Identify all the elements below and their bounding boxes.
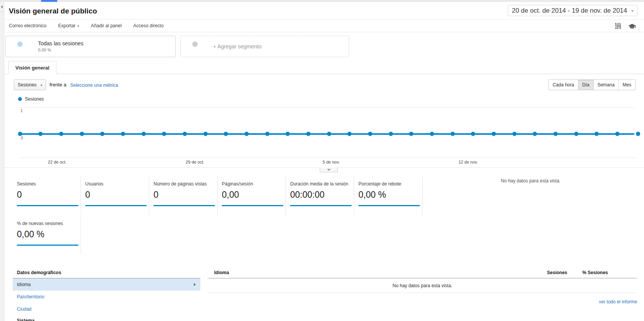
chart-data-point[interactable]	[80, 132, 84, 136]
chart-data-point[interactable]	[100, 132, 104, 136]
chart-data-point[interactable]	[306, 132, 310, 136]
table-empty-message: No hay datos para esta vista.	[208, 278, 637, 293]
report-header: Visión general de público 20 de oct. de …	[4, 2, 644, 20]
dimension-label: Ciudad	[17, 306, 31, 312]
metric-sparkline	[358, 205, 420, 206]
x-axis-tick: 22 de oct.	[48, 160, 66, 164]
dimension-item-city[interactable]: Ciudad	[13, 303, 200, 315]
metric-card-new-sessions[interactable]: % de nuevas sesiones 0,00 %	[13, 216, 81, 255]
column-header-pct-sessions: % Sesiones	[573, 270, 608, 275]
audience-overview-page: Visión general de público 20 de oct. de …	[0, 0, 644, 321]
chart-data-point[interactable]	[286, 132, 290, 136]
metric-card-users[interactable]: Usuarios 0	[81, 177, 149, 215]
metric-label: Duración media de la sesión	[290, 181, 354, 187]
report-toolbar: Correo electrónico Exportar▾ Añadir al p…	[4, 20, 644, 32]
chart-expander-button[interactable]	[320, 167, 338, 172]
column-header-dimension: Idioma	[208, 270, 540, 275]
column-header-sessions: Sesiones	[540, 270, 567, 275]
chevron-left-icon	[1, 5, 3, 8]
collapse-sidebar-button[interactable]	[0, 2, 4, 12]
chart-data-point[interactable]	[327, 132, 331, 136]
segment-donut-icon	[17, 41, 23, 47]
export-label: Exportar	[58, 23, 76, 28]
chart-data-point[interactable]	[347, 132, 352, 136]
email-button[interactable]: Correo electrónico	[9, 20, 46, 32]
sidebar-collapse-rail[interactable]	[0, 2, 4, 321]
metric-cards-row-1: Sesiones 0 Usuarios 0 Número de páginas …	[13, 177, 423, 215]
chart-data-point[interactable]	[533, 132, 537, 136]
add-segment-button[interactable]: + Agregar segmento	[180, 36, 349, 57]
series-dot-icon	[18, 97, 22, 101]
view-full-report-link[interactable]: ver todo el informe	[599, 299, 637, 304]
metric-dropdown-value: Sesiones	[18, 82, 36, 88]
granularity-hourly[interactable]: Cada hora	[549, 80, 578, 90]
dimension-item-country[interactable]: País/territorio	[13, 291, 200, 303]
next-section-title-partial: Sistema	[13, 318, 200, 321]
metric-value: 0,00	[222, 190, 286, 200]
chart-data-point[interactable]	[553, 132, 558, 136]
metric-sparkline	[154, 205, 215, 206]
chart-data-point[interactable]	[574, 132, 578, 136]
segment-all-sessions[interactable]: Todas las sesiones 0,00 %	[5, 36, 176, 57]
metric-card-sessions[interactable]: Sesiones 0	[13, 177, 81, 215]
metric-card-pageviews[interactable]: Número de páginas vistas 0	[149, 177, 218, 215]
export-button[interactable]: Exportar▾	[58, 20, 79, 33]
metric-card-avg-session-duration[interactable]: Duración media de la sesión 00:00:00	[286, 177, 354, 215]
chart-data-point[interactable]	[265, 132, 269, 136]
chart-data-point[interactable]	[409, 132, 413, 136]
chart-legend: Sesiones	[18, 96, 44, 102]
granularity-month[interactable]: Mes	[618, 80, 635, 90]
legend-label: Sesiones	[25, 96, 44, 102]
metric-sparkline	[222, 205, 283, 206]
x-axis-tick: 29 de oct.	[186, 160, 204, 164]
metric-cards-row-2: % de nuevas sesiones 0,00 %	[13, 216, 81, 255]
chart-data-point[interactable]	[492, 132, 496, 136]
dimension-item-language[interactable]: Idioma	[13, 278, 200, 291]
chart-data-point[interactable]	[142, 132, 146, 136]
chart-data-point[interactable]	[121, 132, 125, 136]
segment-label: Todas las sesiones	[38, 40, 83, 46]
dimension-label: País/territorio	[17, 294, 44, 299]
segment-donut-icon	[192, 41, 198, 47]
chart-data-point[interactable]	[636, 132, 640, 136]
chart-data-point[interactable]	[183, 132, 187, 136]
chart-data-point[interactable]	[162, 132, 166, 136]
shortcut-button[interactable]: Acceso directo	[133, 20, 163, 32]
page-title: Visión general de público	[9, 7, 97, 15]
chart-data-point[interactable]	[244, 132, 249, 136]
date-range-selector[interactable]: 20 de oct. de 2014 - 19 de nov. de 2014 …	[508, 5, 637, 16]
granularity-week[interactable]: Semana	[593, 80, 619, 90]
metric-label: Sesiones	[17, 181, 81, 187]
segment-bar: Todas las sesiones 0,00 % + Agregar segm…	[4, 35, 644, 58]
chart-data-point[interactable]	[224, 132, 228, 136]
y-axis-tick-1: 1	[20, 108, 23, 113]
x-axis-tick: 12 de nov.	[459, 160, 478, 164]
metric-card-bounce-rate[interactable]: Porcentaje de rebote 0,00 %	[354, 177, 423, 215]
series-line	[18, 133, 634, 135]
metric-card-pages-per-session[interactable]: Páginas/sesión 0,00	[218, 177, 286, 215]
select-metric-link[interactable]: Seleccione una métrica	[70, 83, 118, 88]
chart-data-point[interactable]	[594, 132, 599, 136]
main-content: Visión general de público 20 de oct. de …	[4, 2, 644, 321]
chart-data-point[interactable]	[38, 132, 43, 136]
language-table: Idioma Sesiones % Sesiones No hay datos …	[208, 270, 637, 305]
add-to-dashboard-button[interactable]: Añadir al panel	[91, 20, 122, 32]
keyboard-shortcuts-grid-icon[interactable]	[615, 23, 622, 30]
chart-data-point[interactable]	[389, 132, 393, 136]
chart-data-point[interactable]	[59, 132, 63, 136]
chevron-down-icon: ▾	[40, 83, 42, 87]
tab-overview[interactable]: Visión general	[8, 61, 56, 74]
education-cap-icon[interactable]	[628, 23, 636, 30]
granularity-day[interactable]: Día	[578, 80, 593, 90]
chart-data-point[interactable]	[471, 132, 475, 136]
chart-data-point[interactable]	[430, 132, 434, 136]
metric-sparkline	[290, 205, 352, 206]
metric-dropdown[interactable]: Sesiones▾	[14, 79, 46, 90]
metric-label: % de nuevas sesiones	[17, 221, 81, 226]
chart-data-point[interactable]	[512, 132, 517, 136]
table-header-row: Idioma Sesiones % Sesiones	[208, 270, 637, 278]
chart-data-point[interactable]	[368, 132, 372, 136]
chart-data-point[interactable]	[451, 132, 455, 136]
chart-data-point[interactable]	[615, 132, 619, 136]
chart-data-point[interactable]	[203, 132, 208, 136]
